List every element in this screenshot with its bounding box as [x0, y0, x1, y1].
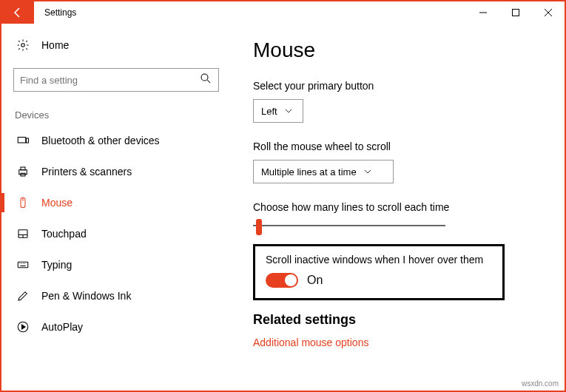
svg-point-2 — [201, 74, 208, 81]
sidebar-item-printers[interactable]: Printers & scanners — [1, 156, 231, 187]
inactive-toggle[interactable] — [266, 273, 298, 288]
home-label: Home — [41, 39, 69, 51]
keyboard-icon — [15, 258, 31, 271]
primary-button-label: Select your primary button — [253, 80, 542, 92]
home-nav[interactable]: Home — [1, 31, 231, 59]
inactive-state: On — [307, 274, 323, 287]
svg-rect-6 — [21, 167, 25, 170]
sidebar-item-label: Pen & Windows Ink — [41, 290, 131, 302]
chevron-down-icon — [364, 166, 371, 178]
wheel-label: Roll the mouse wheel to scroll — [253, 141, 542, 152]
additional-mouse-options-link[interactable]: Additional mouse options — [253, 337, 542, 348]
sidebar-item-label: Typing — [41, 259, 72, 271]
wheel-select[interactable]: Multiple lines at a time — [253, 160, 394, 183]
slider-thumb[interactable] — [256, 219, 262, 235]
lines-label: Choose how many lines to scroll each tim… — [253, 201, 542, 213]
svg-rect-0 — [513, 10, 519, 16]
section-label: Devices — [1, 105, 231, 125]
watermark: wsxdn.com — [522, 379, 559, 388]
toggle-knob — [285, 274, 297, 286]
sidebar-item-mouse[interactable]: Mouse — [1, 187, 231, 218]
primary-button-select[interactable]: Left — [253, 99, 303, 123]
svg-rect-4 — [27, 138, 29, 143]
maximize-button[interactable] — [499, 1, 532, 24]
main-panel: Mouse Select your primary button Left Ro… — [231, 24, 565, 391]
sidebar-item-label: AutoPlay — [41, 321, 83, 333]
svg-rect-3 — [18, 138, 26, 143]
chevron-down-icon — [285, 106, 292, 117]
search-input[interactable] — [20, 75, 199, 86]
wheel-value: Multiple lines at a time — [261, 166, 357, 178]
highlight-box: Scroll inactive windows when I hover ove… — [253, 244, 505, 300]
sidebar-item-touchpad[interactable]: Touchpad — [1, 218, 231, 249]
page-title: Mouse — [253, 38, 542, 62]
minimize-button[interactable] — [467, 1, 499, 24]
window-title: Settings — [34, 1, 76, 24]
sidebar-item-autoplay[interactable]: AutoPlay — [1, 311, 231, 342]
svg-rect-10 — [18, 262, 28, 268]
close-button[interactable] — [532, 1, 565, 24]
sidebar-item-label: Touchpad — [41, 228, 87, 240]
mouse-icon — [15, 196, 31, 209]
sidebar-item-label: Printers & scanners — [41, 166, 132, 178]
sidebar-item-bluetooth[interactable]: Bluetooth & other devices — [1, 125, 231, 156]
touchpad-icon — [15, 227, 31, 240]
sidebar-item-pen[interactable]: Pen & Windows Ink — [1, 280, 231, 311]
back-button[interactable] — [1, 1, 34, 24]
pen-icon — [15, 289, 31, 303]
search-icon — [199, 72, 212, 88]
svg-rect-5 — [19, 170, 27, 175]
sidebar-item-label: Bluetooth & other devices — [41, 135, 160, 146]
search-field[interactable] — [13, 68, 219, 92]
svg-point-1 — [21, 44, 25, 47]
printer-icon — [15, 165, 31, 178]
related-heading: Related settings — [253, 312, 542, 328]
autoplay-icon — [15, 320, 31, 334]
primary-button-value: Left — [261, 106, 277, 117]
inactive-label: Scroll inactive windows when I hover ove… — [266, 254, 492, 266]
sidebar-item-typing[interactable]: Typing — [1, 249, 231, 280]
sidebar-item-label: Mouse — [41, 197, 73, 209]
sidebar: Home Devices Bluetooth & other devices P… — [1, 24, 231, 391]
gear-icon — [15, 38, 31, 52]
lines-slider[interactable] — [253, 225, 445, 226]
devices-icon — [15, 134, 31, 147]
